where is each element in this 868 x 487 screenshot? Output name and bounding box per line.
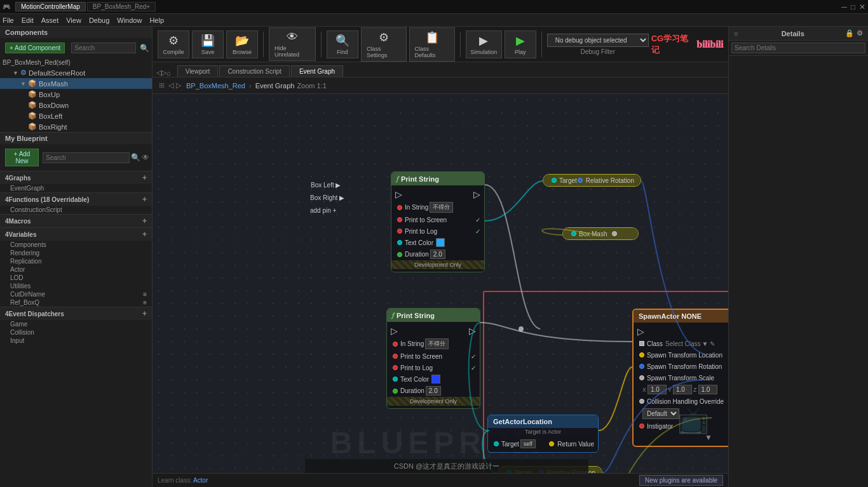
- tree-default-scene-root[interactable]: ▼ ⚙ DefaultSceneRoot: [0, 67, 152, 78]
- details-lock-icon[interactable]: 🔒: [845, 29, 854, 37]
- debug-object-select[interactable]: No debug object selected: [547, 34, 649, 47]
- macros-section[interactable]: 4Macros +: [0, 214, 152, 227]
- tab-event-graph[interactable]: Event Graph: [291, 65, 343, 77]
- menu-file[interactable]: File: [3, 17, 14, 24]
- box-mash-label: BoxMash: [39, 80, 68, 88]
- ref-box-q-type-icon: ≡: [143, 299, 147, 306]
- spawn-rot-label: Spawn Transform Rotation: [647, 363, 722, 370]
- construction-script-item[interactable]: ConstructionScript: [0, 206, 152, 214]
- input-item[interactable]: Input: [0, 337, 152, 345]
- collision-item[interactable]: Collision: [0, 328, 152, 337]
- debug-filter-label: Debug Filter: [581, 48, 615, 55]
- functions-section[interactable]: 4Functions (18 Overridable) +: [0, 192, 152, 206]
- window-tab-1[interactable]: MotionControllerMap: [15, 2, 86, 11]
- tree-box-right[interactable]: 📦 BoxRight: [0, 121, 152, 132]
- spawn-instigator-label: Instigator: [647, 423, 673, 430]
- menu-help[interactable]: Help: [149, 17, 164, 24]
- maximize-button[interactable]: □: [851, 3, 855, 11]
- spawn-y-value[interactable]: 1.0: [673, 385, 692, 394]
- duration-row-bottom: Duration 2.0: [387, 385, 480, 397]
- actor-var-item[interactable]: Actor: [0, 265, 152, 274]
- menu-debug[interactable]: Debug: [89, 17, 109, 24]
- tree-box-down[interactable]: 📦 BoxDown: [0, 100, 152, 110]
- breadcrumb-nav-left[interactable]: ◁: [168, 81, 173, 90]
- components-var-item[interactable]: Components: [0, 241, 152, 249]
- menu-view[interactable]: View: [66, 17, 81, 24]
- components-header[interactable]: Components: [0, 27, 152, 38]
- functions-add-icon[interactable]: +: [142, 195, 147, 204]
- components-search-input[interactable]: [71, 43, 136, 53]
- details-options-icon[interactable]: ⚙: [857, 29, 863, 37]
- text-color-swatch-bottom[interactable]: [431, 375, 440, 384]
- event-dispatchers-add-icon[interactable]: +: [142, 309, 147, 318]
- tree-box-left[interactable]: 📦 BoxLeft: [0, 110, 152, 121]
- graphs-section[interactable]: 4Graphs +: [0, 171, 152, 184]
- blueprint-search-icon[interactable]: 🔍: [131, 153, 140, 162]
- minimize-button[interactable]: ─: [841, 3, 847, 11]
- nav-fwd-icon[interactable]: ▷: [161, 69, 166, 77]
- bp-label: BP_BoxMesh_Red(self): [0, 58, 152, 67]
- menu-window[interactable]: Window: [117, 17, 142, 24]
- nav-back-icon[interactable]: ◁: [156, 69, 161, 77]
- target-label-top: Target: [559, 177, 577, 184]
- graphs-add-icon[interactable]: +: [142, 173, 147, 182]
- add-new-button[interactable]: + Add New: [5, 149, 39, 166]
- browse-icon: 📂: [235, 34, 249, 48]
- tab-viewport[interactable]: Viewport: [177, 65, 219, 77]
- macros-add-icon[interactable]: +: [142, 217, 147, 225]
- menu-asset[interactable]: Asset: [41, 17, 59, 24]
- class-defaults-button[interactable]: 📋 Class Defaults: [409, 27, 455, 62]
- browse-button[interactable]: 📂 Browse: [226, 30, 258, 58]
- simulation-button[interactable]: ▶ Simulation: [466, 30, 502, 58]
- compile-button[interactable]: ⚙ Compile: [158, 30, 189, 58]
- hide-unrelated-button[interactable]: 👁 Hide Unrelated: [269, 27, 316, 61]
- find-button[interactable]: 🔍 Find: [327, 30, 358, 58]
- game-item[interactable]: Game: [0, 320, 152, 328]
- breadcrumb-bp[interactable]: BP_BoxMesh_Red: [186, 82, 245, 90]
- blueprint-options-icon[interactable]: 👁: [142, 153, 149, 162]
- details-search-input[interactable]: [731, 43, 865, 53]
- close-button[interactable]: ✕: [859, 3, 865, 11]
- print-log-label-top: Print to Log: [405, 228, 437, 235]
- event-graph-item[interactable]: EventGraph: [0, 184, 152, 192]
- breadcrumb-graph: Event Graph: [255, 82, 295, 90]
- spawn-z-value[interactable]: 1.0: [698, 385, 717, 394]
- csdn-label: CSDN @这才是真正的游戏设计ー: [394, 462, 499, 471]
- exec-in-pin-b: ▷: [391, 326, 398, 336]
- menu-edit[interactable]: Edit: [22, 17, 34, 24]
- breadcrumb-nav-right[interactable]: ▷: [176, 81, 181, 90]
- cg-logo-text: CG学习笔记: [651, 33, 691, 56]
- add-component-button[interactable]: + Add Component: [5, 43, 65, 53]
- tab-construction[interactable]: Construction Script: [219, 65, 289, 77]
- utilities-var-item[interactable]: Utilities: [0, 282, 152, 290]
- class-settings-button[interactable]: ⚙ Class Settings: [361, 27, 407, 62]
- tree-box-mash[interactable]: ▼ 📦 BoxMash: [0, 78, 152, 89]
- my-blueprint-search-input[interactable]: [43, 152, 130, 163]
- variables-section[interactable]: 4Variables +: [0, 227, 152, 241]
- nav-home-icon[interactable]: ⌂: [166, 69, 171, 77]
- status-text: Learn class:: [158, 477, 192, 484]
- window-tab-2[interactable]: BP_BoxMesh_Red+: [87, 2, 156, 11]
- rendering-var-item[interactable]: Rendering: [0, 249, 152, 257]
- plugin-notice[interactable]: New plugins are available: [639, 475, 723, 486]
- spawn-collision-select[interactable]: Default: [642, 408, 679, 419]
- ref-box-q-item[interactable]: Ref_BoxQ ≡: [0, 298, 152, 307]
- cut-dir-name-item[interactable]: CutDirName ≡: [0, 290, 152, 298]
- text-color-row-bottom: Text Color: [387, 373, 480, 385]
- print-string-bottom-title: Print String: [397, 312, 475, 319]
- replication-var-item[interactable]: Replication: [0, 257, 152, 265]
- my-blueprint-header[interactable]: My Blueprint: [0, 133, 152, 144]
- tree-box-up[interactable]: 📦 BoxUp: [0, 89, 152, 100]
- variables-add-icon[interactable]: +: [142, 230, 147, 239]
- blueprint-canvas[interactable]: BLUEPRINT Box Left ▶ Box Right ▶ add pin…: [153, 94, 728, 473]
- event-dispatchers-section[interactable]: 4Event Dispatchers +: [0, 307, 152, 320]
- box-down-label: BoxDown: [39, 102, 69, 109]
- text-color-swatch-top[interactable]: [436, 238, 445, 247]
- in-string-row-top: In String 不得分: [391, 201, 484, 214]
- components-search-icon[interactable]: 🔍: [140, 44, 149, 53]
- print-to-screen-row-top: Print to Screen ✓: [391, 214, 484, 225]
- save-button[interactable]: 💾 Save: [192, 30, 224, 58]
- lod-var-item[interactable]: LOD: [0, 274, 152, 282]
- play-button[interactable]: ▶ Play: [505, 30, 536, 58]
- spawn-x-value[interactable]: 1.0: [648, 385, 667, 394]
